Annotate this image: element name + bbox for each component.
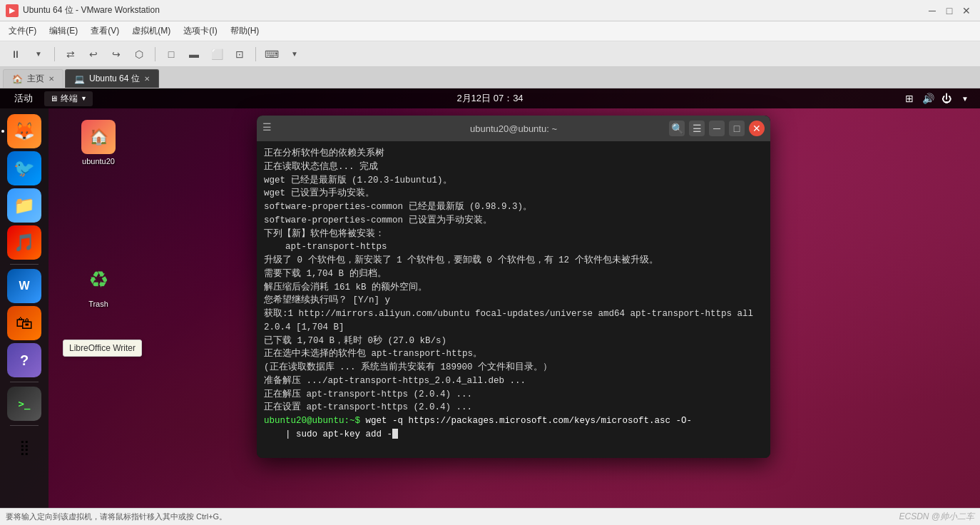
dock-help-icon: ?: [20, 352, 29, 369]
toolbar-pause[interactable]: ⏸: [6, 44, 26, 64]
tab-home[interactable]: 🏠 主页 ✕: [3, 69, 63, 88]
dock-libreoffice-writer[interactable]: W: [7, 269, 41, 303]
toolbar-undo[interactable]: ↩: [83, 44, 103, 64]
volume-icon[interactable]: 🔊: [922, 92, 934, 105]
tab-ubuntu-label: Ubuntu 64 位: [89, 73, 140, 85]
dock-thunderbird[interactable]: 🐦: [7, 151, 41, 185]
terminal-line-2: 正在读取状态信息... 完成: [264, 160, 763, 174]
terminal-line-1: 正在分析软件包的依赖关系树: [264, 147, 763, 160]
terminal-line-11: 解压缩后会消耗 161 kB 的额外空间。: [264, 281, 763, 295]
terminal-line-10: 需要下载 1,704 B 的归档。: [264, 267, 763, 281]
tab-home-close[interactable]: ✕: [49, 75, 54, 83]
terminal-content[interactable]: 正在分析软件包的依赖关系树 正在读取状态信息... 完成 wget 已经是最新版…: [257, 141, 770, 458]
power-icon[interactable]: ⏻: [940, 92, 953, 105]
toolbar-snapshot[interactable]: ⬡: [129, 44, 149, 64]
tab-ubuntu-close[interactable]: ✕: [144, 75, 150, 83]
ubuntu-top-panel: 活动 🖥 终端 ▼ 2月12日 07：34 ⊞ 🔊 ⏻ ▼: [0, 88, 980, 108]
vmware-title: Ubuntu 64 位 - VMware Workstation: [23, 4, 924, 16]
terminal-line-16: (正在读取数据库 ... 系统当前共安装有 189900 个文件和目录。）: [264, 361, 763, 374]
ubuntu-clock[interactable]: 2月12日 07：34: [456, 92, 523, 105]
terminal-indicator[interactable]: 🖥 终端 ▼: [44, 91, 93, 106]
dock-terminal-icon: >_: [19, 398, 31, 409]
toolbar-redo[interactable]: ↪: [106, 44, 126, 64]
toolbar-sep-3: [255, 47, 256, 61]
vmware-titlebar: ▶ Ubuntu 64 位 - VMware Workstation ─ □ ✕: [0, 0, 980, 21]
dock-terminal[interactable]: >_: [7, 387, 41, 421]
terminal-line-4: wget 已设置为手动安装。: [264, 187, 763, 200]
toolbar-view1[interactable]: □: [161, 44, 181, 64]
terminal-minimize-button[interactable]: ─: [709, 121, 725, 136]
vmware-tabbar: 🏠 主页 ✕ 💻 Ubuntu 64 位 ✕: [0, 67, 980, 88]
close-button[interactable]: ✕: [959, 3, 974, 19]
dock-appstore-icon: 🛍: [16, 313, 33, 333]
toolbar-sep-1: [54, 47, 55, 61]
maximize-button[interactable]: □: [941, 3, 957, 19]
toolbar-view3[interactable]: ⬜: [207, 44, 227, 64]
dock-files-icon: 📁: [14, 195, 35, 215]
terminal-search-icon[interactable]: 🔍: [669, 121, 685, 136]
statusbar-right: ECSDN @帅小二车: [899, 511, 974, 523]
toolbar-more[interactable]: ▼: [285, 44, 305, 64]
terminal-line-19: 正在设置 apt-transport-https (2.0.4) ...: [264, 401, 763, 414]
terminal-line-13: 获取:1 http://mirrors.aliyun.com/ubuntu fo…: [264, 307, 763, 335]
terminal-line-5: software-properties-common 已经是最新版 (0.98.…: [264, 200, 763, 214]
settings-chevron-icon[interactable]: ▼: [959, 92, 971, 105]
toolbar-view2[interactable]: ▬: [184, 44, 204, 64]
minimize-button[interactable]: ─: [924, 3, 940, 19]
terminal-indicator-label: 终端: [61, 93, 78, 105]
terminal-line-12: 您希望继续执行吗？ [Y/n] y: [264, 294, 763, 307]
dock-rhythmbox-icon: 🎵: [14, 233, 35, 253]
menu-file[interactable]: 文件(F): [3, 23, 42, 39]
toolbar-keyboard[interactable]: ⌨: [262, 44, 282, 64]
terminal-line-6: software-properties-common 已设置为手动安装。: [264, 214, 763, 228]
terminal-line-15: 正在选中未选择的软件包 apt-transport-https。: [264, 347, 763, 361]
dock-separator-2: [10, 382, 39, 382]
terminal-prompt-line: ubuntu20@ubuntu:~$ wget -q https://packa…: [264, 414, 763, 428]
tab-ubuntu-icon: 💻: [74, 74, 85, 84]
ubuntu20-icon: 🏠: [81, 120, 116, 154]
toolbar-send-file[interactable]: ⇄: [61, 44, 81, 64]
terminal-line-17: 准备解压 .../apt-transport-https_2.0.4_all.d…: [264, 374, 763, 388]
menu-edit[interactable]: 编辑(E): [44, 23, 83, 39]
terminal-line-8: apt-transport-https: [264, 240, 763, 254]
activities-button[interactable]: 活动: [9, 92, 39, 105]
terminal-line-9: 升级了 0 个软件包，新安装了 1 个软件包，要卸载 0 个软件包，有 12 个…: [264, 254, 763, 267]
ubuntu20-label: ubuntu20: [82, 157, 115, 165]
desktop-icon-ubuntu20[interactable]: 🏠 ubuntu20: [78, 117, 118, 168]
statusbar-message: 要将输入定向到该虚拟机，请将鼠标指针移入其中或按 Ctrl+G。: [6, 511, 227, 522]
terminal-line-7: 下列【新】软件包将被安装：: [264, 228, 763, 241]
menu-vm[interactable]: 虚拟机(M): [126, 23, 176, 39]
dock-appstore[interactable]: 🛍: [7, 306, 41, 340]
terminal-prompt: ubuntu20@ubuntu:~$: [264, 416, 360, 426]
menu-help[interactable]: 帮助(H): [225, 23, 265, 39]
dock-rhythmbox[interactable]: 🎵: [7, 225, 41, 260]
trash-label: Trash: [88, 300, 108, 308]
toolbar-view4[interactable]: ⊡: [230, 44, 250, 64]
tab-ubuntu[interactable]: 💻 Ubuntu 64 位 ✕: [65, 69, 159, 88]
dock-show-apps[interactable]: ⣿: [7, 430, 41, 464]
terminal-window: ☰ ubuntu20@ubuntu: ~ 🔍 ☰ ─ □ ✕ 正在分析软件包的依…: [257, 116, 770, 458]
dock-firefox[interactable]: 🦊: [7, 114, 41, 148]
dock-help[interactable]: ?: [7, 343, 41, 377]
terminal-indicator-icon: 🖥: [50, 94, 58, 103]
toolbar-dropdown[interactable]: ▼: [29, 44, 49, 64]
terminal-maximize-button[interactable]: □: [729, 121, 745, 136]
terminal-menu-icon: ☰: [262, 121, 277, 136]
window-controls: ─ □ ✕: [924, 3, 974, 19]
terminal-continuation: | sudo apt-key add -: [264, 429, 392, 439]
desktop-icon-trash[interactable]: ♻ Trash: [78, 260, 118, 311]
dock-thunderbird-icon: 🐦: [14, 158, 35, 178]
lo-tooltip-text: LibreOffice Writer: [69, 343, 136, 353]
dock-files[interactable]: 📁: [7, 188, 41, 223]
menu-view[interactable]: 查看(V): [85, 23, 125, 39]
dock-firefox-icon: 🦊: [14, 121, 35, 141]
terminal-chevron-icon: ▼: [81, 95, 87, 102]
terminal-hamburger-icon[interactable]: ☰: [689, 121, 705, 136]
menu-tab[interactable]: 选项卡(I): [178, 23, 223, 39]
terminal-titlebar: ☰ ubuntu20@ubuntu: ~ 🔍 ☰ ─ □ ✕: [257, 116, 770, 141]
terminal-line-14: 已下载 1,704 B，耗时 0秒 (27.0 kB/s): [264, 335, 763, 348]
terminal-close-button[interactable]: ✕: [749, 121, 765, 136]
toolbar-sep-2: [155, 47, 155, 61]
network-icon[interactable]: ⊞: [903, 92, 916, 105]
terminal-cursor: [392, 429, 398, 439]
